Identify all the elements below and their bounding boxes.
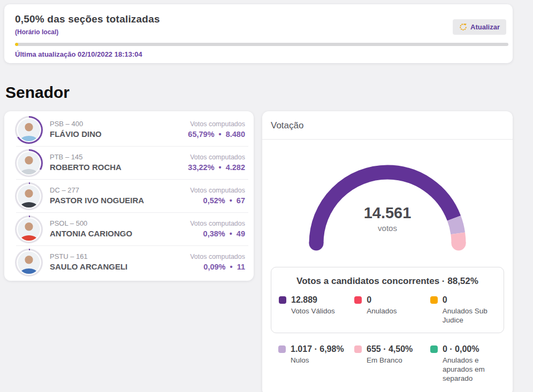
legend-label: Em Branco [367,356,413,365]
legend-item: 0 Anulados [354,295,420,325]
person-silhouette-icon [18,152,40,174]
candidate-progress-ring [15,216,43,243]
candidate-name: PASTOR IVO NOGUEIRA [50,196,144,206]
candidate-votes: Votos computados 0,38% • 49 [190,219,245,239]
candidate-photo [18,119,40,141]
legend-text: 12.889 Votos Válidos [291,295,335,325]
legend-swatch [354,345,362,353]
candidate-name: FLÁVIO DINO [50,129,102,140]
person-silhouette-icon [18,185,40,207]
page-title: Senador [5,83,533,102]
person-silhouette-icon [18,218,40,241]
votes-computed-label: Votos computados [188,153,245,162]
candidate-photo [18,251,40,274]
refresh-button-label: Atualizar [470,23,500,31]
candidate-party-number: PSOL – 500 [50,219,132,228]
candidate-photo [18,185,40,207]
legend-value: 655 · 4,50% [367,344,413,355]
legend-item: 1.017 · 6,98% Nulos [278,344,345,383]
candidate-row[interactable]: PSTU – 161 SAULO ARCANGELI Votos computa… [4,246,254,279]
candidate-photo [18,152,40,174]
gauge-chart [270,151,505,253]
votes-computed-label: Votos computados [190,219,245,228]
legend-label: Anulados Sub Judice [443,306,496,325]
votes-computed-value: 0,09% • 11 [190,262,245,272]
legend-item: 12.889 Votos Válidos [279,295,345,325]
candidate-info: DC – 277 PASTOR IVO NOGUEIRA [50,186,144,206]
legend-grid-outside: 1.017 · 6,98% Nulos 655 · 4,50% Em Branc… [278,344,497,383]
legend-value: 0 [443,295,496,305]
candidate-row[interactable]: DC – 277 PASTOR IVO NOGUEIRA Votos compu… [4,180,254,212]
ring-inner [17,184,41,209]
refresh-button[interactable]: Atualizar [453,19,506,35]
legend-value: 12.889 [291,295,335,305]
totalization-progress-bar [15,43,508,46]
competing-votes-title: Votos a candidatos concorrentes · 88,52% [279,276,496,287]
votacao-card: Votação 14.561 votos Votos a candidatos … [262,111,513,392]
ring-inner [17,151,41,175]
legend-swatch [430,345,438,353]
refresh-icon [459,23,467,31]
legend-item: 0 Anulados Sub Judice [430,295,496,325]
legend-value: 0 [367,295,397,305]
candidate-name: ROBERTO ROCHA [50,163,121,173]
candidate-party-number: DC – 277 [50,186,144,195]
legend-text: 0 Anulados Sub Judice [443,295,496,325]
legend-text: 0 · 0,00% Anulados e apurados em separad… [443,344,497,383]
legend-label: Anulados e apurados em separado [443,356,497,383]
total-votes-value: 14.561 [270,204,505,222]
candidate-progress-ring [15,116,43,144]
legend-label: Nulos [291,356,344,365]
candidate-party-number: PTB – 145 [50,153,121,162]
legend-swatch [430,296,438,304]
legend-item: 655 · 4,50% Em Branco [354,344,421,383]
candidate-info: PSTU – 161 SAULO ARCANGELI [50,252,127,272]
candidate-row[interactable]: PTB – 145 ROBERTO ROCHA Votos computados… [4,147,254,179]
legend-text: 1.017 · 6,98% Nulos [291,344,344,383]
candidate-party-number: PSTU – 161 [50,252,127,261]
legend-value: 1.017 · 6,98% [291,344,344,355]
candidate-progress-ring [15,149,43,177]
legend-swatch [279,296,286,304]
candidate-votes: Votos computados 0,09% • 11 [190,252,245,272]
candidate-row[interactable]: PSB – 400 FLÁVIO DINO Votos computados 6… [4,113,254,146]
totalized-sections-title: 0,50% das seções totalizadas [15,13,502,25]
votes-computed-label: Votos computados [188,120,245,128]
totalization-progress-fill [15,43,18,46]
candidates-card: PSB – 400 FLÁVIO DINO Votos computados 6… [4,111,254,281]
votacao-title: Votação [262,111,513,140]
legend-grid-inside: 12.889 Votos Válidos 0 Anulados 0 Anulad… [279,295,496,325]
ring-inner [17,217,41,242]
candidate-votes: Votos computados 65,79% • 8.480 [188,120,245,140]
competing-votes-box: Votos a candidatos concorrentes · 88,52%… [271,267,504,333]
votes-gauge: 14.561 votos [270,151,505,253]
votes-computed-label: Votos computados [190,186,245,195]
candidate-progress-ring [15,249,43,276]
legend-swatch [354,296,362,304]
legend-label: Votos Válidos [291,306,335,316]
local-time-note: (Horário local) [15,28,502,36]
votes-computed-value: 0,38% • 49 [190,229,245,239]
candidate-name: SAULO ARCANGELI [50,262,127,272]
person-silhouette-icon [18,251,40,274]
votes-computed-label: Votos computados [190,252,245,261]
votes-computed-value: 65,79% • 8.480 [188,129,245,140]
person-silhouette-icon [18,119,40,141]
candidate-info: PSB – 400 FLÁVIO DINO [50,120,102,140]
votes-computed-value: 0,52% • 67 [190,196,245,206]
legend-value: 0 · 0,00% [443,344,497,355]
votes-computed-value: 33,22% • 4.282 [188,163,245,173]
candidate-name: ANTONIA CARIONGO [50,229,132,239]
last-update-timestamp: Última atualização 02/10/2022 18:13:04 [15,50,502,58]
candidate-row[interactable]: PSOL – 500 ANTONIA CARIONGO Votos comput… [4,213,254,245]
gauge-center-label: 14.561 votos [270,204,505,233]
ring-inner [17,250,41,275]
candidate-info: PTB – 145 ROBERTO ROCHA [50,153,121,173]
legend-text: 0 Anulados [367,295,397,325]
total-votes-unit: votos [270,224,505,233]
candidate-progress-ring [15,182,43,210]
candidate-info: PSOL – 500 ANTONIA CARIONGO [50,219,132,239]
legend-item: 0 · 0,00% Anulados e apurados em separad… [430,344,497,383]
legend-text: 655 · 4,50% Em Branco [367,344,413,383]
totalization-summary-card: 0,50% das seções totalizadas (Horário lo… [4,4,513,63]
